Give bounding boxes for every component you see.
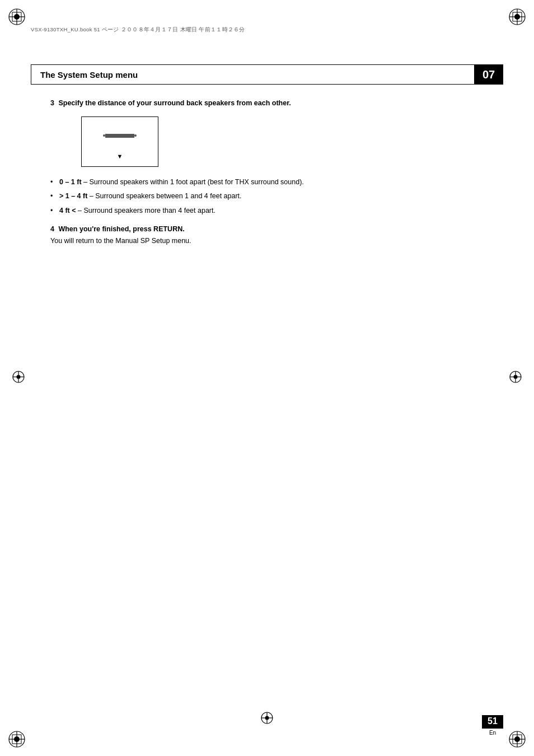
step4-body: You will return to the Manual SP Setup m… — [50, 236, 484, 246]
corner-mark-bl — [7, 729, 27, 749]
step4-heading: 4 When you're finished, press RETURN. — [50, 225, 484, 233]
mid-mark-bottom-center — [260, 711, 274, 725]
bullet-text-0: – Surround speakers within 1 foot apart … — [82, 178, 304, 186]
corner-mark-tr — [507, 7, 527, 27]
step3-heading-text: Specify the distance of your surround ba… — [58, 99, 291, 107]
mid-mark-right — [508, 370, 523, 384]
step4-number: 4 — [50, 225, 54, 233]
list-item: 0 – 1 ft – Surround speakers within 1 fo… — [50, 177, 484, 188]
corner-mark-br — [507, 729, 527, 749]
page-number: 51 — [482, 715, 503, 729]
bullet-list: 0 – 1 ft – Surround speakers within 1 fo… — [50, 177, 484, 216]
bullet-bold-0: 0 – 1 ft — [59, 178, 82, 186]
page-number-box: 51 En — [482, 715, 503, 736]
page-lang: En — [482, 730, 503, 736]
header-title: The System Setup menu — [40, 70, 138, 80]
diagram-box: ▼ — [81, 116, 158, 167]
step3-number: 3 — [50, 99, 54, 107]
step3-heading: 3 Specify the distance of your surround … — [50, 98, 484, 109]
step4-heading-text: When you're finished, press RETURN. — [58, 225, 184, 233]
header-bar: The System Setup menu 07 — [31, 64, 503, 85]
bullet-text-1: – Surround speakers between 1 and 4 feet… — [87, 192, 241, 200]
mid-mark-left — [11, 370, 26, 384]
list-item: 4 ft < – Surround speakers more than 4 f… — [50, 206, 484, 216]
bullet-text-2: – Surround speakers more than 4 feet apa… — [76, 207, 216, 214]
bullet-bold-1: > 1 – 4 ft — [59, 192, 87, 200]
list-item: > 1 – 4 ft – Surround speakers between 1… — [50, 191, 484, 202]
file-info: VSX-9130TXH_KU.book 51 ページ ２００８年４月１７日 木曜… — [31, 26, 245, 34]
diagram-container: ▼ — [81, 116, 484, 167]
main-content: 3 Specify the distance of your surround … — [50, 98, 484, 246]
bullet-bold-2: 4 ft < — [59, 207, 76, 214]
header-chapter: 07 — [474, 64, 503, 85]
corner-mark-tl — [7, 7, 27, 27]
header-title-box: The System Setup menu — [31, 64, 474, 85]
